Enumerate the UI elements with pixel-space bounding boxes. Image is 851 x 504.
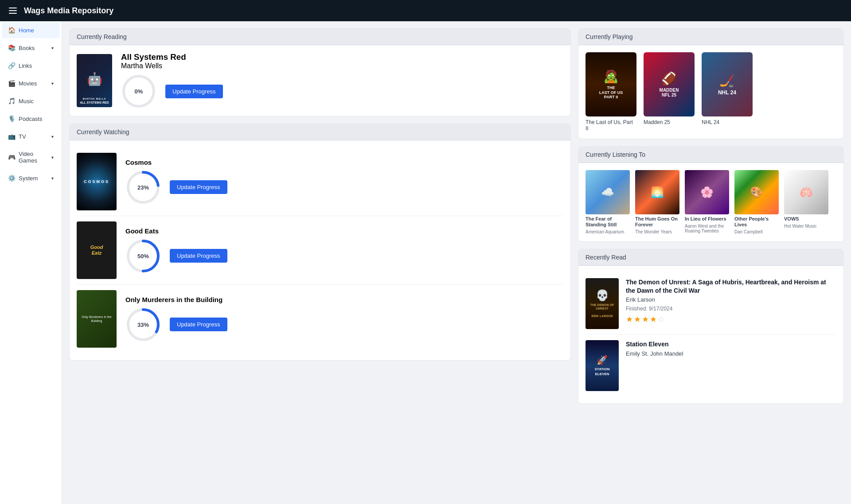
goodeats-info: Good Eats 50% Update Progress [125, 227, 227, 274]
demon-icon: 💀 [596, 289, 609, 302]
madden-title: Madden 25 [644, 119, 695, 125]
vows-artist: Hot Water Music [784, 224, 828, 229]
currently-listening-card: Currently Listening To ☁️ The Fear of St… [578, 146, 844, 242]
reading-update-button[interactable]: Update Progress [165, 85, 223, 98]
album-item-other: 🎨 Other People's Lives Dan Campbell [734, 170, 779, 234]
reading-title: All Systems Red [121, 52, 223, 62]
murderers-cover: Only Murderers in the Building [77, 290, 117, 348]
nhl-cover-art: 🏒 NHL 24 [714, 70, 740, 99]
books-chevron: ▾ [51, 46, 54, 50]
app-body: 🏠 Home 📚 Books ▾ 🔗 Links 🎬 Movies ▾ 🎵 Mu… [0, 21, 851, 504]
sidebar-item-links[interactable]: 🔗 Links [2, 58, 60, 74]
fear-icon: ☁️ [601, 186, 614, 198]
other-artist: Dan Campbell [734, 229, 779, 234]
links-label: Links [19, 62, 32, 69]
videogames-label: Video Games [19, 151, 48, 164]
goodeats-progress-area: 50% Update Progress [125, 238, 227, 274]
sidebar-item-system[interactable]: ⚙️ System ▾ [2, 170, 60, 186]
book-cover-title: ALL SYSTEMS RED [80, 101, 109, 105]
tlou-title: The Last of Us, Part II [586, 119, 636, 132]
tlou-icon: 🧟 [599, 69, 623, 84]
demon-cover: 💀 THE DEMON OF UNRESTERIK LARSON [586, 278, 619, 329]
reading-progress-label: 0% [135, 88, 143, 95]
album-item-hum: 🌅 The Hum Goes On Forever The Wonder Yea… [635, 170, 679, 234]
sidebar-item-tv[interactable]: 📺 TV ▾ [2, 128, 60, 144]
goodeats-cover: GoodEatz [77, 221, 117, 279]
currently-listening-body: ☁️ The Fear of Standing Still American A… [578, 163, 843, 241]
game-item-tlou: 🧟 THELAST OF USPART II The Last of Us, P… [586, 52, 636, 132]
books-icon: 📚 [8, 44, 15, 51]
book-cover: 🤖 MARTHA WELLS ALL SYSTEMS RED [77, 54, 112, 107]
murderers-update-button[interactable]: Update Progress [170, 318, 227, 331]
murderers-info: Only Murderers in the Building 33% Up [125, 296, 227, 342]
demon-author: Erik Larson [626, 296, 836, 303]
sidebar-item-music[interactable]: 🎵 Music [2, 93, 60, 109]
currently-watching-header: Currently Watching [70, 124, 570, 140]
madden-cover-art: 🏈 MADDENNFL 25 [656, 68, 683, 101]
hum-title: The Hum Goes On Forever [635, 216, 679, 228]
videogames-icon: 🎮 [8, 154, 15, 161]
reading-author: Martha Wells [121, 62, 223, 70]
other-title: Other People's Lives [734, 216, 779, 228]
currently-listening-header: Currently Listening To [578, 147, 843, 163]
station-meta: Station Eleven Emily St. John Mandel [626, 340, 683, 391]
videogames-chevron: ▾ [51, 155, 54, 160]
movies-chevron: ▾ [51, 81, 54, 86]
lieu-artist: Aaron West and the Roaring Twenties [685, 224, 729, 233]
goodeats-title: Good Eats [125, 227, 227, 235]
vows-cover: 🫁 [784, 170, 828, 214]
book-item-station: 🚀 STATIONELEVEN Station Eleven Emily St.… [586, 335, 836, 396]
murderers-title: Only Murderers in the Building [125, 296, 227, 303]
star-4: ★ [650, 314, 657, 324]
cosmos-title: Cosmos [125, 159, 227, 166]
currently-reading-header: Currently Reading [70, 29, 570, 45]
station-cover-text: STATIONELEVEN [595, 367, 610, 376]
station-icon: 🚀 [597, 355, 608, 365]
station-cover: 🚀 STATIONELEVEN [586, 340, 619, 391]
system-icon: ⚙️ [8, 174, 15, 182]
sidebar-item-movies[interactable]: 🎬 Movies ▾ [2, 75, 60, 91]
murderers-progress-circle: 33% [125, 307, 161, 342]
movies-icon: 🎬 [8, 80, 15, 87]
podcasts-label: Podcasts [19, 116, 42, 122]
vows-icon: 🫁 [800, 186, 813, 198]
star-1: ★ [626, 314, 633, 324]
madden-icon: 🏈 [660, 71, 679, 86]
recently-read-card: Recently Read 💀 THE DEMON OF UNRESTERIK … [578, 249, 844, 404]
cosmos-update-button[interactable]: Update Progress [170, 180, 227, 194]
tv-chevron: ▾ [51, 134, 54, 139]
watching-item-goodeats: GoodEatz Good Eats 50% [77, 216, 563, 285]
currently-playing-body: 🧟 THELAST OF USPART II The Last of Us, P… [578, 45, 843, 139]
book-item-demon: 💀 THE DEMON OF UNRESTERIK LARSON The Dem… [586, 273, 836, 335]
goodeats-update-button[interactable]: Update Progress [170, 249, 227, 263]
sidebar-item-podcasts[interactable]: 🎙️ Podcasts [2, 111, 60, 127]
books-label: Books [19, 45, 35, 51]
reading-info: All Systems Red Martha Wells 0% [121, 52, 223, 109]
nhl-icon: 🏒 [718, 73, 736, 88]
watching-item-murderers: Only Murderers in the Building Only Murd… [77, 285, 563, 353]
goodeats-progress-label: 50% [137, 252, 149, 259]
demon-meta: The Demon of Unrest: A Saga of Hubris, H… [626, 278, 836, 329]
right-column: Currently Playing 🧟 THELAST OF USPART II [578, 28, 844, 497]
murderers-progress-label: 33% [137, 321, 149, 328]
sidebar-item-books[interactable]: 📚 Books ▾ [2, 40, 60, 56]
tlou-cover: 🧟 THELAST OF USPART II [586, 52, 636, 116]
game-item-nhl: 🏒 NHL 24 NHL 24 [702, 52, 753, 132]
star-2: ★ [634, 314, 641, 324]
music-label: Music [19, 98, 34, 105]
star-3: ★ [642, 314, 649, 324]
listening-grid: ☁️ The Fear of Standing Still American A… [586, 170, 836, 234]
goodeats-progress-circle: 50% [125, 238, 161, 274]
demon-stars: ★ ★ ★ ★ ☆ [626, 314, 836, 324]
reading-progress-area: 0% Update Progress [121, 74, 223, 109]
left-column: Currently Reading 🤖 MARTHA WELLS ALL SYS… [69, 28, 571, 497]
demon-finished-date: 9/17/2024 [649, 306, 672, 312]
sidebar-item-home[interactable]: 🏠 Home [2, 22, 60, 38]
fear-cover: ☁️ [586, 170, 630, 214]
hum-artist: The Wonder Years [635, 229, 679, 234]
fear-artist: American Aquarium [586, 229, 630, 234]
demon-title: The Demon of Unrest: A Saga of Hubris, H… [626, 278, 836, 294]
menu-button[interactable] [7, 6, 19, 16]
sidebar-item-videogames[interactable]: 🎮 Video Games ▾ [2, 146, 60, 168]
podcasts-icon: 🎙️ [8, 115, 15, 122]
